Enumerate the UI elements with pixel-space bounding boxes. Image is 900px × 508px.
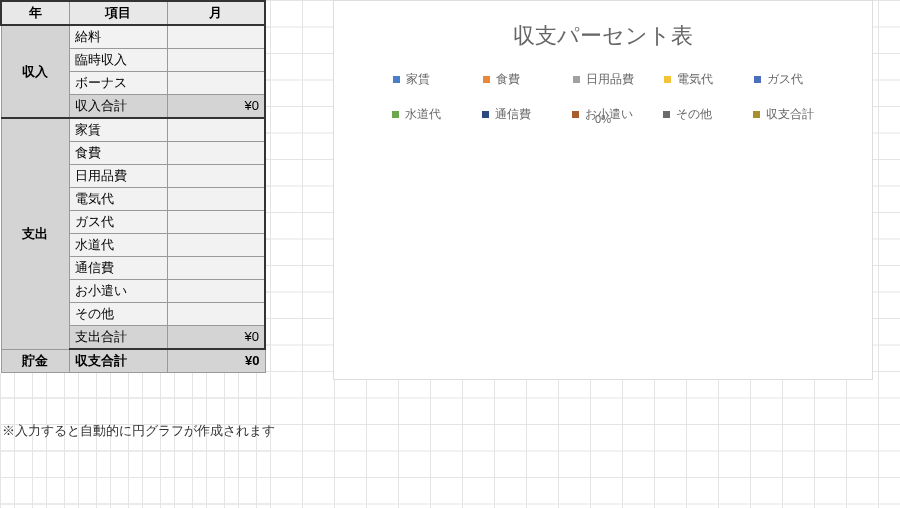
income-item: 給料 [69, 25, 167, 49]
expense-item: お小遣い [69, 280, 167, 303]
expense-cell[interactable] [167, 188, 265, 211]
expense-item: その他 [69, 303, 167, 326]
legend-label: 収支合計 [766, 106, 814, 123]
legend-marker-icon [753, 111, 760, 118]
expense-item: ガス代 [69, 211, 167, 234]
income-item: ボーナス [69, 72, 167, 95]
legend-marker-icon [392, 111, 399, 118]
expense-item: 水道代 [69, 234, 167, 257]
legend-label: 食費 [496, 71, 520, 88]
section-expense-label: 支出 [1, 118, 69, 349]
expense-subtotal-value: ¥0 [167, 326, 265, 350]
expense-item: 日用品費 [69, 165, 167, 188]
legend-marker-icon [754, 76, 761, 83]
note-text: ※入力すると自動的に円グラフが作成されます [2, 422, 275, 440]
expense-item: 家賃 [69, 118, 167, 142]
chart-panel[interactable]: 収支パーセント表 家賃 食費 日用品費 電気代 ガス代 水道代 通信費 お小遣い… [333, 0, 873, 380]
expense-item: 通信費 [69, 257, 167, 280]
income-cell[interactable] [167, 49, 265, 72]
legend-item: 通信費 [482, 106, 542, 123]
expense-cell[interactable] [167, 118, 265, 142]
legend-item: 電気代 [664, 71, 724, 88]
expense-cell[interactable] [167, 211, 265, 234]
income-subtotal-label: 収入合計 [69, 95, 167, 119]
section-savings-label: 貯金 [1, 349, 69, 373]
legend-item: 食費 [483, 71, 543, 88]
legend-marker-icon [664, 76, 671, 83]
expense-cell[interactable] [167, 165, 265, 188]
budget-table: 年 項目 月 収入 給料 臨時収入 ボーナス 収入合計 ¥0 支出 家賃 食費 … [0, 0, 266, 373]
legend-item: 収支合計 [753, 106, 814, 123]
income-cell[interactable] [167, 72, 265, 95]
legend-marker-icon [483, 76, 490, 83]
legend-label: ガス代 [767, 71, 803, 88]
section-income-label: 収入 [1, 25, 69, 118]
expense-item: 電気代 [69, 188, 167, 211]
expense-cell[interactable] [167, 280, 265, 303]
balance-label: 収支合計 [69, 349, 167, 373]
legend-label: 日用品費 [586, 71, 634, 88]
legend-item: 水道代 [392, 106, 452, 123]
legend-marker-icon [393, 76, 400, 83]
expense-subtotal-label: 支出合計 [69, 326, 167, 350]
header-item: 項目 [69, 1, 167, 25]
legend-label: 電気代 [677, 71, 713, 88]
legend-label: 水道代 [405, 106, 441, 123]
legend-marker-icon [573, 76, 580, 83]
income-cell[interactable] [167, 25, 265, 49]
expense-cell[interactable] [167, 257, 265, 280]
legend-item: その他 [663, 106, 723, 123]
legend-marker-icon [572, 111, 579, 118]
expense-item: 食費 [69, 142, 167, 165]
expense-cell[interactable] [167, 234, 265, 257]
legend-label: 家賃 [406, 71, 430, 88]
legend-label: その他 [676, 106, 712, 123]
chart-title: 収支パーセント表 [334, 21, 872, 51]
header-month: 月 [167, 1, 265, 25]
legend-label: 通信費 [495, 106, 531, 123]
legend-item: ガス代 [754, 71, 814, 88]
legend-marker-icon [663, 111, 670, 118]
income-subtotal-value: ¥0 [167, 95, 265, 119]
legend-marker-icon [482, 111, 489, 118]
expense-cell[interactable] [167, 303, 265, 326]
balance-value: ¥0 [167, 349, 265, 373]
expense-cell[interactable] [167, 142, 265, 165]
income-item: 臨時収入 [69, 49, 167, 72]
legend-item: 日用品費 [573, 71, 634, 88]
legend-item: 家賃 [393, 71, 453, 88]
header-year: 年 [1, 1, 69, 25]
